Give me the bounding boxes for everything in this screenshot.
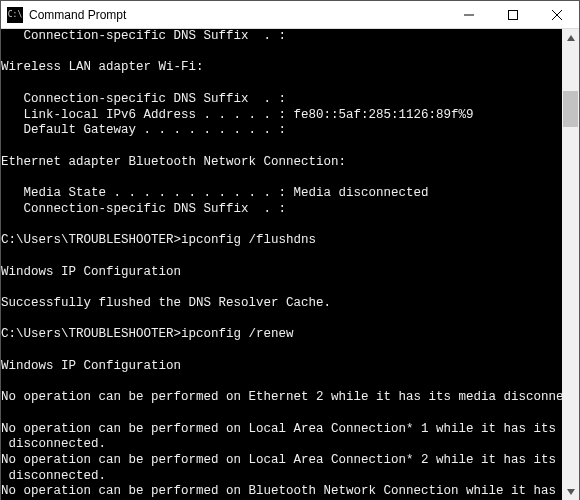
terminal-line: No operation can be performed on Local A… <box>1 453 562 469</box>
terminal-line: disconnected. <box>1 469 562 485</box>
titlebar[interactable]: C:\ Command Prompt <box>1 1 579 29</box>
terminal-line: Successfully flushed the DNS Resolver Ca… <box>1 296 562 312</box>
terminal-line: Connection-specific DNS Suffix . : <box>1 202 562 218</box>
terminal-line: Connection-specific DNS Suffix . : <box>1 92 562 108</box>
terminal-line: Windows IP Configuration <box>1 359 562 375</box>
client-area: Connection-specific DNS Suffix . : Wirel… <box>1 29 579 500</box>
scroll-up-button[interactable] <box>562 29 579 46</box>
command-prompt-window: C:\ Command Prompt Connection-specific D… <box>0 0 580 500</box>
scroll-down-button[interactable] <box>562 483 579 500</box>
terminal-line: Link-local IPv6 Address . . . . . : fe80… <box>1 108 562 124</box>
terminal-line <box>1 374 562 390</box>
terminal-line <box>1 312 562 328</box>
terminal-line: Media State . . . . . . . . . . . : Medi… <box>1 186 562 202</box>
terminal-line: Windows IP Configuration <box>1 265 562 281</box>
terminal-line: No operation can be performed on Etherne… <box>1 390 562 406</box>
scroll-thumb[interactable] <box>563 91 578 127</box>
svg-marker-5 <box>567 489 575 495</box>
terminal-line <box>1 139 562 155</box>
terminal-line <box>1 249 562 265</box>
vertical-scrollbar[interactable] <box>562 29 579 500</box>
terminal-line: No operation can be performed on Local A… <box>1 422 562 438</box>
terminal-line: Wireless LAN adapter Wi-Fi: <box>1 60 562 76</box>
terminal-line <box>1 406 562 422</box>
svg-marker-4 <box>567 35 575 41</box>
terminal-line: C:\Users\TROUBLESHOOTER>ipconfig /renew <box>1 327 562 343</box>
terminal-line: Default Gateway . . . . . . . . . : <box>1 123 562 139</box>
terminal-output[interactable]: Connection-specific DNS Suffix . : Wirel… <box>1 29 562 500</box>
window-title: Command Prompt <box>29 8 126 22</box>
app-icon: C:\ <box>7 7 23 23</box>
close-button[interactable] <box>535 1 579 29</box>
minimize-button[interactable] <box>447 1 491 29</box>
terminal-line <box>1 170 562 186</box>
svg-rect-1 <box>509 10 518 19</box>
terminal-line <box>1 217 562 233</box>
terminal-line: C:\Users\TROUBLESHOOTER>ipconfig /flushd… <box>1 233 562 249</box>
terminal-line <box>1 343 562 359</box>
terminal-line: disconnected. <box>1 437 562 453</box>
terminal-line <box>1 280 562 296</box>
terminal-line: No operation can be performed on Bluetoo… <box>1 484 562 500</box>
terminal-line <box>1 76 562 92</box>
app-icon-text: C:\ <box>8 11 22 19</box>
terminal-line: Ethernet adapter Bluetooth Network Conne… <box>1 155 562 171</box>
maximize-button[interactable] <box>491 1 535 29</box>
terminal-line: Connection-specific DNS Suffix . : <box>1 29 562 45</box>
terminal-line <box>1 45 562 61</box>
